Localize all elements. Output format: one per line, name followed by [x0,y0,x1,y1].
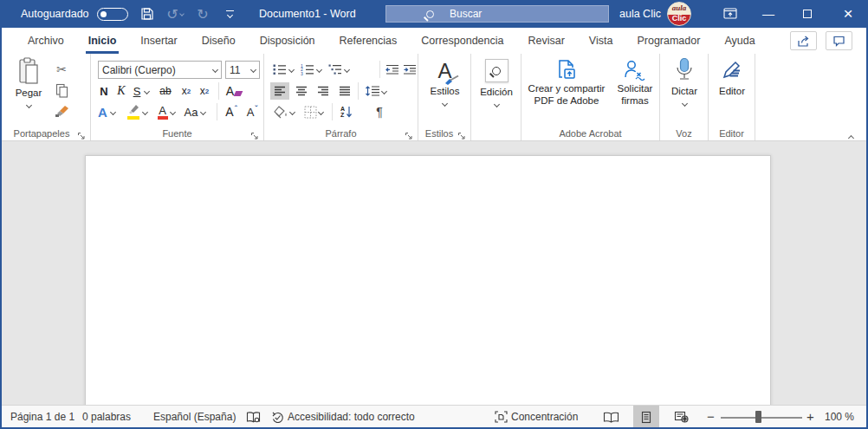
focus-mode-label[interactable]: Concentración [511,406,578,428]
justify-button[interactable] [335,82,354,100]
tab-diseno[interactable]: Diseño [190,28,248,54]
align-center-button[interactable] [292,82,311,100]
font-family-select[interactable]: Calibri (Cuerpo) [98,61,222,79]
zoom-slider-track[interactable] [721,417,802,419]
autosave-toggle[interactable] [97,8,128,21]
subscript-button[interactable]: x2 [178,82,195,100]
search-input[interactable]: Buscar [385,5,609,23]
align-right-button[interactable] [314,82,333,100]
underline-button[interactable]: S [130,82,152,100]
styles-button[interactable]: A Estilos [422,59,468,107]
bullets-button[interactable] [271,61,295,78]
tab-vista[interactable]: Vista [577,28,625,54]
tab-archivo[interactable]: Archivo [16,28,76,54]
zoom-in-button[interactable]: + [806,406,814,428]
change-case-dropdown-icon[interactable] [200,108,206,114]
line-spacing-button[interactable] [361,82,389,100]
editor-button[interactable]: Editor [712,59,752,97]
language-indicator[interactable]: Español (España) [153,406,236,428]
customize-quick-access-button[interactable] [222,0,237,28]
accessibility-status[interactable]: Accesibilidad: todo correcto [288,406,415,428]
tab-disposicion[interactable]: Disposición [248,28,327,54]
dictate-dropdown-icon[interactable] [681,101,687,107]
tab-ayuda[interactable]: Ayuda [712,28,767,54]
zoom-slider-knob[interactable] [755,411,761,423]
editing-dropdown-icon[interactable] [493,101,499,107]
portapapeles-dialog-launcher[interactable] [77,128,86,137]
borders-dropdown-icon[interactable] [318,108,324,114]
tab-insertar[interactable]: Insertar [128,28,189,54]
close-button[interactable]: × [833,0,863,28]
tab-correspondencia[interactable]: Correspondencia [409,28,515,54]
estilos-dialog-launcher[interactable] [457,128,466,137]
save-button[interactable] [136,0,159,28]
grow-font-button[interactable]: Aˆ [221,103,242,120]
undo-button[interactable]: ↺ [165,0,185,28]
italic-button[interactable]: K [113,82,129,100]
borders-button[interactable] [301,103,327,120]
page-indicator[interactable]: Página 1 de 1 [10,406,74,428]
tab-referencias[interactable]: Referencias [327,28,410,54]
print-layout-button[interactable] [633,406,659,428]
proofing-status-button[interactable] [244,406,262,428]
account-name[interactable]: aula Clic [619,0,661,28]
parrafo-dialog-launcher[interactable] [405,128,413,137]
ribbon-display-options-button[interactable] [716,0,745,28]
sort-button[interactable]: AZ [336,103,357,120]
shading-dropdown-icon[interactable] [289,108,295,114]
tab-programador[interactable]: Programador [625,28,712,54]
tab-revisar[interactable]: Revisar [515,28,576,54]
highlight-color-button[interactable] [124,103,150,120]
paste-dropdown-icon[interactable] [25,102,31,108]
strikethrough-button[interactable]: ab [155,82,176,100]
shading-button[interactable] [271,103,297,120]
line-spacing-dropdown-icon[interactable] [380,88,386,94]
format-painter-button[interactable] [52,102,71,120]
highlight-dropdown-icon[interactable] [142,108,148,114]
maximize-button[interactable] [793,0,822,28]
text-effects-dropdown-icon[interactable] [110,108,116,114]
font-color-button[interactable]: A [153,103,178,120]
tab-inicio[interactable]: Inicio [76,28,129,54]
dictate-button[interactable]: Dictar [664,57,705,107]
shrink-font-button[interactable]: Aˇ [242,103,262,120]
numbering-button[interactable]: 123 [299,61,323,78]
avatar[interactable]: aula Clic [667,2,691,26]
multilevel-list-button[interactable] [327,61,351,78]
comments-button[interactable] [826,31,852,50]
word-count[interactable]: 0 palabras [82,406,131,428]
align-left-button[interactable] [270,82,289,100]
focus-mode-button[interactable] [492,406,509,428]
bold-button[interactable]: N [95,82,113,100]
font-color-dropdown-icon[interactable] [170,108,176,114]
increase-indent-button[interactable] [401,61,418,78]
redo-button[interactable]: ↻ [194,0,211,28]
editing-button[interactable]: Edición [475,59,518,108]
font-size-select[interactable]: 11 [225,61,260,79]
show-formatting-marks-button[interactable]: ¶ [370,103,389,120]
decrease-indent-button[interactable] [384,61,400,78]
accessibility-checker-button[interactable] [269,406,286,428]
superscript-button[interactable]: x2 [196,82,213,100]
zoom-out-button[interactable]: − [707,406,715,428]
web-layout-button[interactable] [669,406,693,428]
change-case-button[interactable]: Aa [181,103,209,120]
zoom-level[interactable]: 100 % [825,406,854,428]
document-page[interactable] [85,155,771,405]
cut-button[interactable]: ✂ [52,61,71,78]
request-signatures-button[interactable]: Solicitar firmas [612,59,658,107]
styles-dropdown-icon[interactable] [442,101,448,107]
fuente-dialog-launcher[interactable] [250,128,259,137]
clear-formatting-button[interactable]: A [223,82,245,100]
bullets-dropdown-icon[interactable] [288,66,295,72]
create-pdf-button[interactable]: Crear y compartir PDF de Adobe [523,59,610,107]
underline-dropdown-icon[interactable] [144,88,150,94]
share-button[interactable] [790,31,817,50]
read-mode-button[interactable] [599,406,622,428]
copy-button[interactable] [52,81,71,99]
text-effects-button[interactable]: A [94,103,119,120]
minimize-button[interactable]: — [754,0,783,28]
paste-button[interactable]: Pegar [9,57,49,109]
multilevel-dropdown-icon[interactable] [344,66,350,72]
numbering-dropdown-icon[interactable] [316,66,322,72]
